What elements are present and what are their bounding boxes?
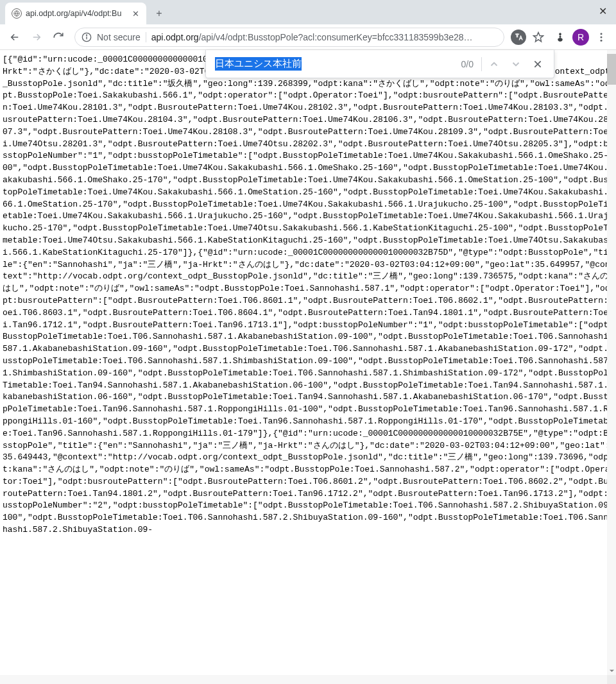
find-count: 0/0 (461, 59, 474, 69)
find-next-button[interactable] (505, 53, 527, 75)
tab-title: api.odpt.org/api/v4/odpt:Bu (26, 9, 127, 18)
tab-strip: api.odpt.org/api/v4/odpt:Bu ✕ + ✕ (0, 0, 616, 24)
svg-point-6 (601, 39, 603, 41)
toolbar-right: R (511, 28, 611, 47)
scrollbar-corner (607, 675, 616, 684)
scrollbar-thumb[interactable] (607, 54, 616, 85)
vertical-scrollbar[interactable] (607, 50, 616, 675)
globe-icon (12, 8, 22, 19)
url-text: api.odpt.org/api/v4/odpt:BusstopPole?acl… (151, 32, 473, 42)
url-path: /api/v4/odpt:BusstopPole?acl:consumerKey… (199, 32, 473, 42)
find-prev-button[interactable] (483, 53, 505, 75)
extension-button[interactable] (551, 28, 570, 47)
security-label: Not secure (97, 32, 141, 42)
toolbar: Not secure api.odpt.org/api/v4/odpt:Buss… (0, 24, 616, 50)
find-query-text: 日本ユニシス本社前 (215, 57, 302, 71)
omnibox-divider (146, 32, 146, 42)
horizontal-scrollbar[interactable] (0, 675, 607, 684)
find-bar: 日本ユニシス本社前 0/0 (205, 50, 554, 78)
svg-point-4 (601, 33, 603, 35)
tab-close-icon[interactable]: ✕ (131, 9, 140, 18)
find-divider (481, 57, 482, 71)
address-bar[interactable]: Not secure api.odpt.org/api/v4/odpt:Buss… (74, 28, 504, 47)
json-body[interactable]: [{"@id":"urn:ucode:_00001C00000000000001… (0, 50, 616, 684)
close-icon: ✕ (599, 6, 607, 17)
browser-tab[interactable]: api.odpt.org/api/v4/odpt:Bu ✕ (5, 3, 146, 24)
menu-button[interactable] (592, 28, 611, 47)
url-host: api.odpt.org (151, 32, 199, 42)
profile-avatar[interactable]: R (572, 29, 589, 46)
find-input[interactable]: 日本ユニシス本社前 (215, 50, 455, 78)
plus-icon: + (156, 8, 162, 19)
avatar-letter: R (578, 32, 584, 42)
svg-point-3 (86, 35, 87, 35)
new-tab-button[interactable]: + (150, 4, 168, 22)
translate-button[interactable] (511, 30, 526, 45)
bookmark-button[interactable] (529, 28, 548, 47)
scroll-down-icon[interactable] (607, 666, 616, 675)
svg-point-5 (601, 36, 603, 38)
find-close-button[interactable] (527, 53, 549, 75)
info-icon (81, 32, 92, 42)
forward-button[interactable] (27, 28, 46, 47)
window-close-button[interactable]: ✕ (599, 5, 607, 17)
reload-button[interactable] (49, 28, 68, 47)
back-button[interactable] (5, 28, 24, 47)
